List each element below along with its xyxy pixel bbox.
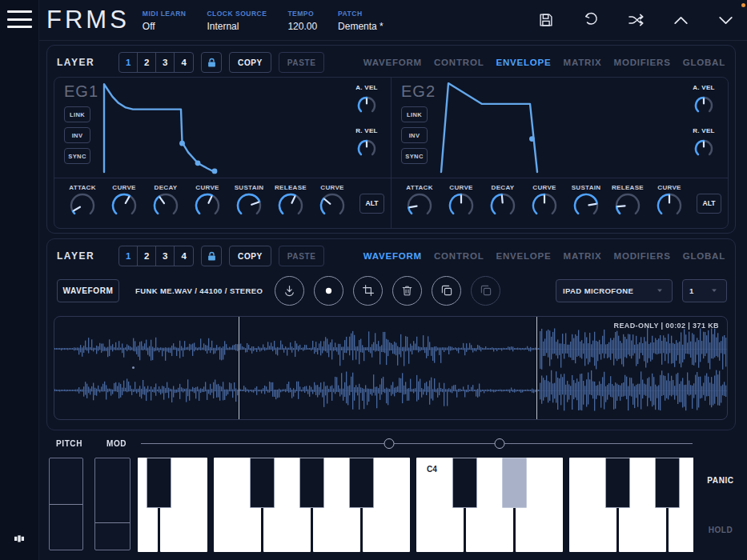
save-icon[interactable]	[536, 10, 556, 30]
release-knob[interactable]: RELEASE	[271, 184, 311, 222]
envelope-curve[interactable]	[104, 82, 344, 172]
tab-waveform[interactable]: WAVEFORM	[363, 251, 422, 261]
link-button[interactable]: LINK	[401, 106, 428, 122]
decay-knob[interactable]: DECAY	[483, 184, 523, 222]
layer-select-group: 1234	[118, 52, 194, 73]
attack-knob[interactable]: ATTACK	[400, 184, 440, 222]
tab-control[interactable]: CONTROL	[434, 58, 484, 67]
key-gs4[interactable]	[655, 458, 680, 508]
key-fs4[interactable]	[605, 458, 630, 508]
key-fs3[interactable]	[250, 458, 275, 508]
sustain-knob[interactable]: SUSTAIN	[229, 184, 269, 222]
paste-button[interactable]: PASTE	[279, 246, 325, 266]
waveform-button[interactable]: WAVEFORM	[57, 279, 119, 302]
layer-button-2[interactable]: 2	[138, 246, 156, 266]
decay-knob[interactable]: DECAY	[146, 184, 186, 222]
key-ds3[interactable]	[147, 458, 171, 508]
sync-button[interactable]: SYNC	[64, 148, 90, 164]
attack-knob[interactable]: ATTACK	[62, 184, 102, 222]
layer-button-2[interactable]: 2	[138, 53, 156, 72]
layer-bar: LAYER1234COPYPASTE	[57, 52, 324, 73]
curve-knob[interactable]: CURVE	[524, 184, 564, 222]
topbar: FRMS MIDI LEARNOffCLOCK SOURCEInternalTE…	[38, 0, 747, 41]
link-button[interactable]: LINK	[64, 106, 90, 122]
tab-matrix[interactable]: MATRIX	[564, 58, 602, 67]
curve-knob[interactable]: CURVE	[187, 184, 227, 222]
chevron-up-icon[interactable]	[670, 10, 691, 30]
copy-button[interactable]: COPY	[229, 246, 271, 266]
undo-icon[interactable]	[580, 10, 601, 30]
keyboard-icon[interactable]	[11, 531, 27, 547]
layer-button-3[interactable]: 3	[156, 246, 175, 266]
key-as3[interactable]	[349, 458, 374, 508]
layer-button-1[interactable]: 1	[119, 246, 138, 266]
tab-control[interactable]: CONTROL	[434, 251, 484, 261]
hold-button[interactable]: HOLD	[698, 526, 743, 534]
curve-knob[interactable]: CURVE	[649, 184, 689, 222]
key-cs4[interactable]	[452, 458, 477, 508]
sync-button[interactable]: SYNC	[401, 148, 428, 164]
knob-dial	[62, 192, 102, 222]
slider-handle[interactable]	[384, 438, 395, 449]
input-source-select[interactable]: IPAD MICROFONE	[556, 279, 673, 302]
import-icon[interactable]	[275, 276, 304, 306]
envelope-curve[interactable]	[441, 82, 681, 172]
field-value[interactable]: 120.00	[287, 21, 317, 32]
pitch-wheel[interactable]	[49, 458, 83, 550]
slider-handle[interactable]	[494, 438, 504, 449]
curve-knob[interactable]: CURVE	[312, 184, 352, 222]
tab-envelope[interactable]: ENVELOPE	[496, 251, 551, 261]
panic-button[interactable]: PANIC	[698, 476, 743, 485]
crop-icon[interactable]	[353, 276, 383, 306]
layer-button-4[interactable]: 4	[175, 246, 193, 266]
field-value[interactable]: Dementa *	[338, 21, 384, 32]
curve-knob[interactable]: CURVE	[104, 184, 144, 222]
chevron-down-icon[interactable]	[715, 10, 736, 30]
layer-button-1[interactable]: 1	[119, 53, 138, 72]
layer-button-4[interactable]: 4	[175, 53, 193, 72]
tab-global[interactable]: GLOBAL	[683, 251, 725, 261]
inv-button[interactable]: INV	[64, 127, 90, 143]
inv-button[interactable]: INV	[401, 127, 428, 143]
copy-button[interactable]: COPY	[229, 52, 271, 73]
record-icon[interactable]	[314, 276, 343, 306]
r-velknob[interactable]	[693, 138, 714, 162]
mod-wheel[interactable]	[94, 458, 131, 550]
lock-icon[interactable]	[201, 246, 222, 266]
sustain-knob[interactable]: SUSTAIN	[566, 184, 606, 222]
randomize-icon[interactable]	[625, 10, 646, 30]
waveform-display[interactable]: READ-ONLY | 00:02 | 371 KB	[54, 316, 728, 420]
alt-button[interactable]: ALT	[359, 194, 384, 214]
vel-knob-label: A. VEL	[693, 84, 715, 91]
tab-modifiers[interactable]: MODIFIERS	[614, 58, 671, 67]
keyboard-zone: C4 PANIC HOLD	[0, 458, 747, 552]
envelope-section: LAYER1234COPYPASTE WAVEFORMCONTROLENVELO…	[46, 45, 736, 234]
paste-icon[interactable]	[471, 276, 500, 306]
position-marker[interactable]	[536, 317, 537, 419]
a-velknob[interactable]	[356, 95, 377, 119]
tab-global[interactable]: GLOBAL	[683, 58, 725, 67]
a-velknob[interactable]	[693, 95, 714, 119]
tab-matrix[interactable]: MATRIX	[564, 251, 602, 261]
channel-select[interactable]: 1	[682, 279, 727, 302]
curve-knob[interactable]: CURVE	[441, 184, 481, 222]
lock-icon[interactable]	[201, 52, 222, 73]
chevron-down-icon	[709, 285, 720, 296]
alt-button[interactable]: ALT	[697, 194, 721, 214]
trash-icon[interactable]	[392, 276, 422, 306]
loop-range-slider[interactable]	[141, 443, 693, 444]
layer-button-3[interactable]: 3	[156, 53, 175, 72]
position-marker[interactable]	[239, 317, 239, 419]
key-gs3[interactable]	[299, 458, 324, 508]
r-velknob[interactable]	[356, 138, 377, 162]
menu-icon[interactable]	[7, 9, 32, 30]
duplicate-icon[interactable]	[432, 276, 461, 306]
key-ds4[interactable]	[502, 458, 527, 508]
field-value[interactable]: Internal	[207, 21, 267, 32]
tab-waveform[interactable]: WAVEFORM	[363, 58, 422, 67]
field-value[interactable]: Off	[143, 21, 187, 32]
tab-envelope[interactable]: ENVELOPE	[496, 58, 551, 67]
release-knob[interactable]: RELEASE	[608, 184, 648, 222]
paste-button[interactable]: PASTE	[279, 52, 325, 73]
tab-modifiers[interactable]: MODIFIERS	[614, 251, 671, 261]
